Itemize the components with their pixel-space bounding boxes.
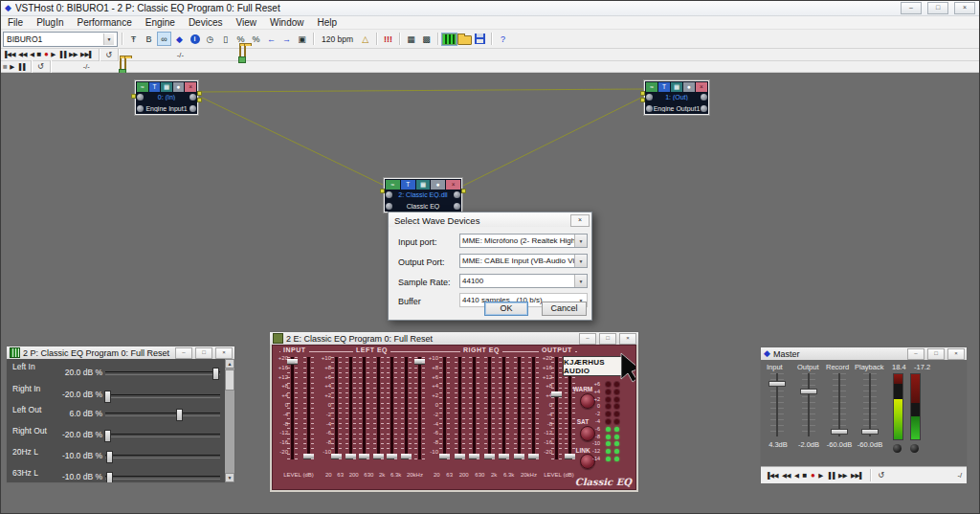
master-stop-button[interactable]: ■ bbox=[803, 471, 807, 480]
param-slider[interactable] bbox=[105, 476, 220, 479]
new-performance-icon[interactable]: ◆ bbox=[172, 32, 187, 46]
master-loop-icon[interactable]: ↺ bbox=[878, 471, 884, 480]
node-title-icon[interactable]: T bbox=[658, 82, 670, 92]
slider-handle[interactable] bbox=[359, 454, 369, 459]
param-slider[interactable] bbox=[105, 413, 220, 415]
open-folder-icon[interactable] bbox=[457, 32, 472, 46]
performance-combo[interactable]: BIBURO1 ▼ bbox=[3, 32, 118, 47]
chain-view-icon[interactable]: ∞ bbox=[157, 32, 171, 46]
master-go-start-button[interactable]: ▐◀◀ bbox=[766, 471, 778, 480]
eq-close-button[interactable]: × bbox=[619, 333, 636, 345]
master-step-back-button[interactable]: ◀ bbox=[794, 471, 799, 480]
fader-handle[interactable] bbox=[861, 429, 879, 435]
output-pin[interactable] bbox=[197, 91, 202, 96]
sample-rate-combo[interactable]: 44100▼ bbox=[459, 274, 588, 288]
output-fader[interactable] bbox=[802, 373, 815, 436]
node-grid-icon[interactable]: ▦ bbox=[416, 180, 431, 190]
mini-loop-icon[interactable]: ↺ bbox=[37, 62, 44, 71]
slider-handle[interactable] bbox=[499, 454, 509, 459]
node-wave-icon[interactable]: ≈ bbox=[386, 180, 400, 190]
master-forward-button[interactable]: ▶▶ bbox=[838, 471, 847, 480]
menu-performance[interactable]: Performance bbox=[70, 17, 138, 28]
righteq-200-slider[interactable] bbox=[469, 357, 479, 459]
param-close-button[interactable]: × bbox=[215, 347, 233, 359]
master-close-button[interactable]: × bbox=[947, 348, 965, 360]
param-slider-handle[interactable] bbox=[104, 391, 111, 403]
param-window-titlebar[interactable]: 2 P: Classic EQ Program 0: Full Reset – … bbox=[7, 346, 234, 359]
node-grid-icon[interactable]: ▦ bbox=[671, 82, 682, 92]
node-wave-icon[interactable]: ≈ bbox=[137, 82, 148, 92]
stop-button[interactable]: ■ bbox=[37, 50, 41, 59]
righteq-20-slider[interactable] bbox=[439, 357, 450, 459]
loop-icon[interactable]: ↺ bbox=[105, 51, 112, 59]
rewind-button[interactable]: ◀◀ bbox=[18, 50, 27, 59]
param-slider[interactable] bbox=[105, 371, 220, 374]
node-title-icon[interactable]: T bbox=[401, 180, 415, 190]
output-pin[interactable] bbox=[461, 189, 466, 193]
lefteq-20k-slider[interactable] bbox=[414, 357, 425, 459]
node-knob-icon[interactable]: ● bbox=[431, 180, 445, 190]
eq-restore-button[interactable]: □ bbox=[599, 333, 616, 345]
slider-handle[interactable] bbox=[484, 454, 495, 459]
play-button[interactable]: ▶ bbox=[51, 50, 56, 59]
slider-handle[interactable] bbox=[331, 454, 342, 459]
cancel-button[interactable]: Cancel bbox=[542, 302, 587, 316]
lefteq-630-slider[interactable] bbox=[373, 357, 384, 459]
node-knob-icon[interactable]: ● bbox=[683, 82, 695, 92]
menu-help[interactable]: Help bbox=[311, 17, 345, 28]
master-go-end-button[interactable]: ▶▶▌ bbox=[851, 471, 863, 480]
righteq-2k-slider[interactable] bbox=[499, 357, 509, 459]
param-slider[interactable] bbox=[105, 455, 220, 458]
forward-icon[interactable]: → bbox=[279, 32, 294, 46]
warning-icon[interactable]: △ bbox=[358, 32, 372, 46]
node-wave-icon[interactable]: ≈ bbox=[646, 82, 657, 92]
param-slider[interactable] bbox=[105, 434, 220, 436]
master-restore-button[interactable]: □ bbox=[927, 348, 945, 360]
param-slider-handle[interactable] bbox=[104, 430, 111, 442]
menu-file[interactable]: File bbox=[1, 17, 30, 28]
record-button[interactable]: ● bbox=[44, 50, 48, 59]
new-plugin-icon[interactable]: ▯ bbox=[218, 32, 233, 46]
master-play-button[interactable]: ▶ bbox=[818, 471, 823, 480]
dialog-close-icon[interactable]: × bbox=[570, 214, 590, 227]
lefteq-20-slider[interactable] bbox=[331, 357, 342, 459]
menu-engine[interactable]: Engine bbox=[139, 17, 182, 28]
pan-knob-right[interactable] bbox=[910, 444, 919, 453]
dialog-titlebar[interactable]: Select Wave Devices × bbox=[389, 212, 591, 227]
save-icon[interactable] bbox=[473, 32, 487, 46]
slider-handle[interactable] bbox=[345, 454, 356, 459]
input-left-slider[interactable] bbox=[287, 357, 298, 459]
input-fader[interactable] bbox=[770, 373, 784, 436]
scrollbar-thumb[interactable] bbox=[225, 369, 234, 391]
slider-handle[interactable] bbox=[528, 454, 539, 459]
menu-view[interactable]: View bbox=[229, 17, 263, 28]
restore-button[interactable]: □ bbox=[927, 2, 948, 14]
input-pin[interactable] bbox=[640, 98, 645, 102]
param-slider-handle[interactable] bbox=[106, 472, 113, 482]
level-meter-icon[interactable] bbox=[442, 32, 457, 46]
mini-pause-button[interactable]: ▐▐ bbox=[17, 62, 25, 72]
slider-handle[interactable] bbox=[455, 454, 465, 459]
mixer-grid-icon[interactable]: ▩ bbox=[419, 32, 434, 46]
menu-window[interactable]: Window bbox=[263, 17, 311, 28]
fader-handle[interactable] bbox=[831, 429, 848, 435]
output-pin[interactable] bbox=[197, 98, 202, 102]
input-pin[interactable] bbox=[640, 91, 645, 96]
help-icon[interactable]: ? bbox=[496, 32, 510, 46]
titlebar[interactable]: ◆ VSTHost 0: BIBURO1 - 2 P: Classic EQ P… bbox=[1, 1, 979, 16]
slider-handle[interactable] bbox=[387, 454, 397, 459]
lefteq-200-slider[interactable] bbox=[359, 357, 369, 459]
node-close-icon[interactable]: × bbox=[185, 82, 196, 92]
slider-handle[interactable] bbox=[303, 454, 314, 459]
alerts-indicator[interactable]: !!! bbox=[381, 32, 395, 46]
slider-handle[interactable] bbox=[373, 454, 384, 459]
master-rewind-button[interactable]: ◀◀ bbox=[782, 471, 791, 480]
ok-button[interactable]: OK bbox=[484, 302, 528, 316]
engine-icon[interactable]: Ŧ bbox=[126, 32, 141, 46]
slider-handle[interactable] bbox=[287, 359, 298, 365]
param-minimize-button[interactable]: – bbox=[175, 347, 192, 359]
slider-handle[interactable] bbox=[414, 359, 425, 365]
dropdown-arrow-icon[interactable]: ▼ bbox=[574, 255, 587, 267]
righteq-63-slider[interactable] bbox=[455, 357, 465, 459]
eq-minimize-button[interactable]: – bbox=[579, 333, 596, 345]
